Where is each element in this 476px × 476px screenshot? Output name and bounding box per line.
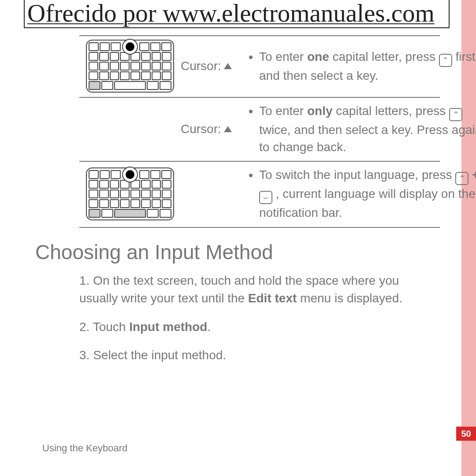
watermark-banner: Ofrecido por www.electromanuales.com	[24, 0, 450, 28]
step-2: 2. Touch Input method.	[79, 318, 440, 336]
section-footer-title: Using the Keyboard	[42, 443, 127, 454]
keyboard-diagram	[79, 40, 181, 93]
cursor-label: Cursor:	[181, 122, 247, 136]
space-key-icon: ⌣	[259, 191, 272, 204]
keyboard-diagram	[79, 167, 181, 220]
table-row: Cursor: To enter only capital letters, p…	[79, 98, 476, 161]
divider	[79, 227, 440, 228]
table-row: To switch the input language, press ⌃ + …	[79, 162, 476, 227]
instruction-text: To enter only capital letters, press ⌃ t…	[247, 101, 476, 156]
numbered-steps: 1. On the text screen, touch and hold th…	[79, 272, 440, 364]
step-3: 3. Select the input method.	[79, 346, 440, 364]
shift-key-icon: ⌃	[449, 108, 462, 121]
shift-key-icon: ⌃	[455, 172, 469, 185]
instruction-text: To switch the input language, press ⌃ + …	[247, 165, 476, 222]
table-row: Cursor: To enter one capital letter, pre…	[79, 36, 476, 97]
page-number: 50	[456, 427, 476, 441]
instruction-text: To enter one capital letter, press ⌃ fir…	[247, 47, 476, 85]
step-1: 1. On the text screen, touch and hold th…	[79, 272, 440, 308]
heading-choosing-input-method: Choosing an Input Method	[35, 240, 445, 264]
cursor-label: Cursor:	[181, 59, 247, 73]
page-content: Cursor: To enter one capital letter, pre…	[35, 35, 445, 375]
shift-key-icon: ⌃	[439, 54, 452, 67]
